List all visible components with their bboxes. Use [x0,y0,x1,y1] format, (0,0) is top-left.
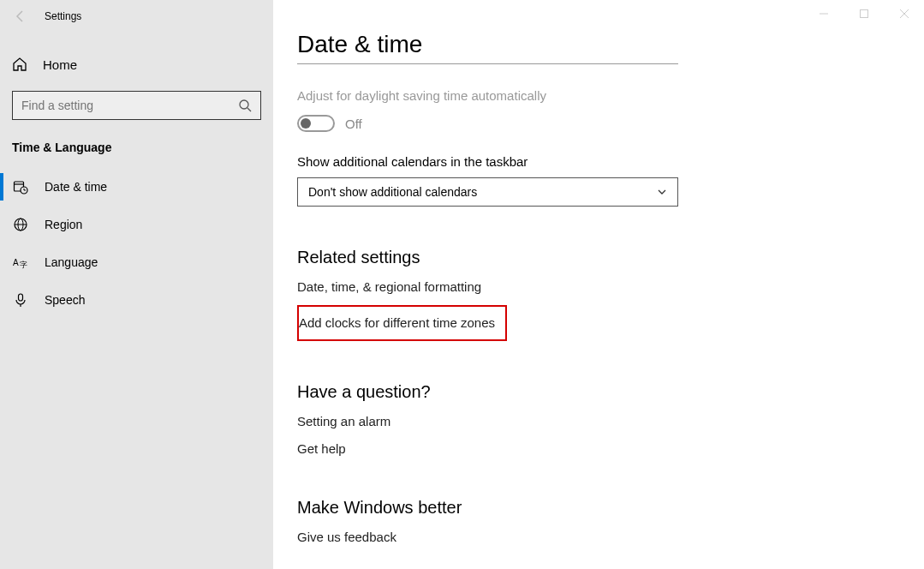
highlight-annotation: Add clocks for different time zones [297,305,507,341]
have-a-question-heading: Have a question? [297,382,924,402]
minimize-button[interactable] [804,0,844,27]
chevron-down-icon [657,187,667,197]
nav-language[interactable]: A字 Language [0,243,273,281]
additional-calendars-dropdown[interactable]: Don't show additional calendars [297,177,678,207]
link-get-help[interactable]: Get help [297,441,346,456]
nav-date-time[interactable]: Date & time [0,168,273,206]
search-icon [238,99,252,112]
home-icon [12,57,27,72]
maximize-icon [860,9,868,18]
back-button[interactable] [0,0,41,33]
dropdown-value: Don't show additional calendars [308,185,477,199]
svg-rect-10 [19,294,23,301]
dst-state: Off [345,117,362,131]
dst-label: Adjust for daylight saving time automati… [297,88,924,103]
svg-text:A: A [13,258,19,267]
toggle-knob [301,118,311,129]
nav-speech[interactable]: Speech [0,281,273,319]
svg-line-1 [247,108,251,111]
search-box[interactable] [12,91,261,120]
microphone-icon [12,292,29,308]
home-label: Home [43,57,77,72]
dst-toggle[interactable] [297,115,335,132]
window-controls [804,0,924,27]
app-title: Settings [45,10,81,22]
close-button[interactable] [884,0,924,27]
svg-point-0 [240,100,248,109]
search-input[interactable] [13,92,260,119]
sidebar: Settings Home Time & Language Date & [0,0,273,569]
category-heading: Time & Language [0,120,273,161]
additional-calendars-label: Show additional calendars in the taskbar [297,154,924,169]
nav-item-label: Language [45,255,98,269]
minimize-icon [820,9,828,18]
link-add-clocks[interactable]: Add clocks for different time zones [299,315,495,330]
main-content: Date & time Adjust for daylight saving t… [273,0,924,569]
globe-icon [12,217,29,232]
arrow-left-icon [14,9,27,23]
svg-text:字: 字 [20,261,27,269]
nav-item-label: Speech [45,293,85,307]
make-windows-better-heading: Make Windows better [297,498,924,518]
svg-rect-13 [861,10,868,18]
nav-list: Date & time Region A字 Language Speech [0,168,273,319]
page-title: Date & time [297,31,678,64]
nav-item-label: Date & time [45,180,107,194]
calendar-clock-icon [12,179,29,195]
link-setting-an-alarm[interactable]: Setting an alarm [297,414,390,428]
link-date-time-regional-formatting[interactable]: Date, time, & regional formatting [297,279,481,294]
nav-item-label: Region [45,218,82,231]
related-settings-heading: Related settings [297,248,924,267]
language-icon: A字 [12,255,29,270]
home-nav[interactable]: Home [0,46,273,82]
close-icon [900,9,909,18]
titlebar: Settings [0,0,273,33]
maximize-button[interactable] [844,0,885,27]
nav-region[interactable]: Region [0,206,273,243]
link-give-us-feedback[interactable]: Give us feedback [297,530,396,544]
